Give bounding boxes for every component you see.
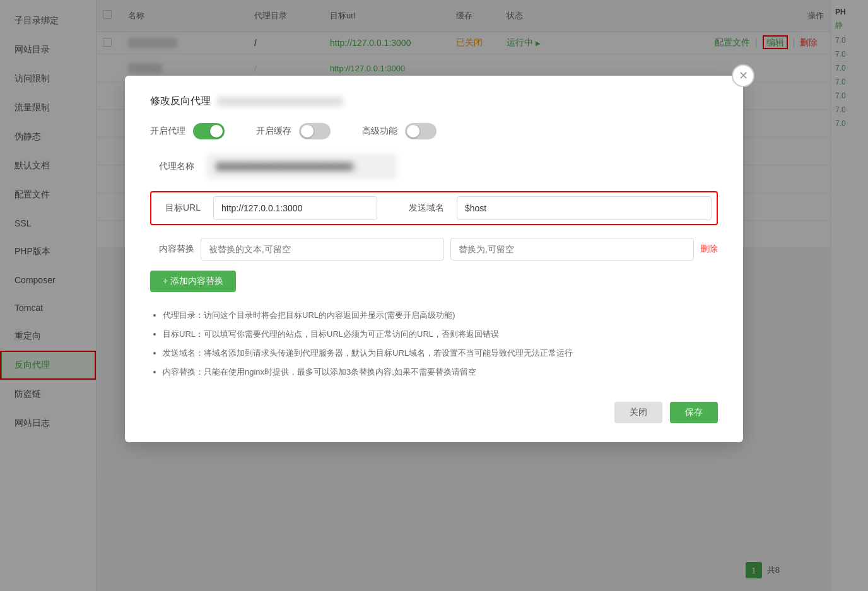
advanced-toggle[interactable] xyxy=(405,123,437,139)
modal-footer: 关闭 保存 xyxy=(150,395,718,423)
enable-proxy-toggle[interactable] xyxy=(193,123,225,139)
proxy-name-label: 代理名称 xyxy=(150,161,194,172)
replace-from-input[interactable] xyxy=(201,238,444,260)
target-url-input[interactable] xyxy=(213,196,377,220)
proxy-name-input[interactable] xyxy=(207,155,396,178)
info-item-4: 内容替换：只能在使用nginx时提供，最多可以添加3条替换内容,如果不需要替换请… xyxy=(163,364,718,380)
enable-cache-toggle[interactable] xyxy=(299,123,331,139)
replace-to-input[interactable] xyxy=(450,238,694,260)
toggle-enable-proxy: 开启代理 xyxy=(150,123,225,139)
target-url-label: 目标URL xyxy=(156,202,201,214)
toggle-enable-cache: 开启缓存 xyxy=(256,123,331,139)
enable-cache-label: 开启缓存 xyxy=(256,126,291,137)
advanced-label: 高级功能 xyxy=(362,126,397,137)
enable-cache-knob xyxy=(301,125,314,138)
send-domain-input[interactable] xyxy=(457,196,712,220)
add-replace-button[interactable]: + 添加内容替换 xyxy=(150,271,236,292)
info-item-1: 代理目录：访问这个目录时将会把目标URL的内容返回并显示(需要开启高级功能) xyxy=(163,307,718,324)
info-item-3: 发送域名：将域名添加到请求头传递到代理服务器，默认为目标URL域名，若设置不当可… xyxy=(163,345,718,361)
info-list: 代理目录：访问这个目录时将会把目标URL的内容返回并显示(需要开启高级功能) 目… xyxy=(150,307,718,380)
toggle-advanced: 高级功能 xyxy=(362,123,437,139)
modal-dialog: ✕ 修改反向代理 开启代理 开启缓存 高级功能 xyxy=(125,76,743,442)
close-button[interactable]: 关闭 xyxy=(614,402,662,423)
enable-proxy-label: 开启代理 xyxy=(150,126,185,137)
modal-close-button[interactable]: ✕ xyxy=(732,64,754,87)
modal-title: 修改反向代理 xyxy=(150,95,718,108)
replace-delete-btn[interactable]: 删除 xyxy=(700,243,718,255)
advanced-knob xyxy=(407,125,419,138)
content-replace-row: 内容替换 删除 xyxy=(150,238,718,260)
save-button[interactable]: 保存 xyxy=(670,402,718,423)
modal-overlay: ✕ 修改反向代理 开启代理 开启缓存 高级功能 xyxy=(0,0,868,591)
toggle-row: 开启代理 开启缓存 高级功能 xyxy=(150,123,718,139)
enable-proxy-knob xyxy=(210,125,223,138)
send-domain-label: 发送域名 xyxy=(409,202,444,214)
target-url-row: 目标URL 发送域名 xyxy=(150,191,718,225)
content-replace-label: 内容替换 xyxy=(150,243,194,255)
info-item-2: 目标URL：可以填写你需要代理的站点，目标URL必须为可正常访问的URL，否则将… xyxy=(163,326,718,342)
modal-title-blurred xyxy=(217,97,343,107)
proxy-name-row: 代理名称 xyxy=(150,155,718,178)
